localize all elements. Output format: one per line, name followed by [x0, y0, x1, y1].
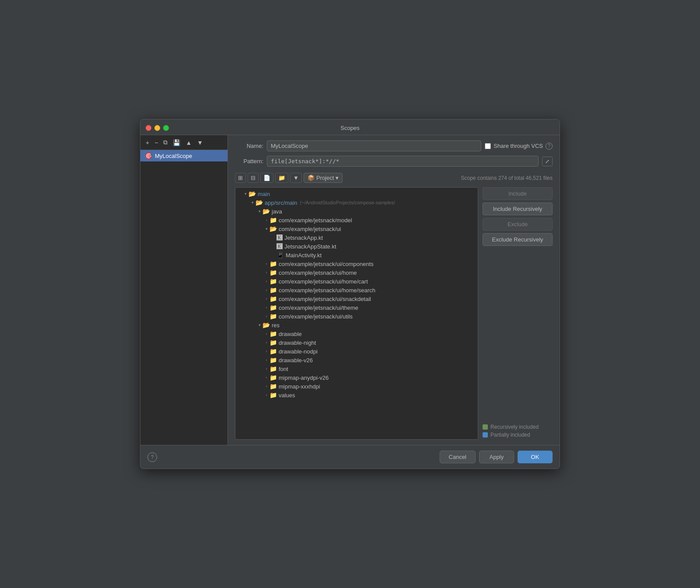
tree-node-drawable-night[interactable]: › 📁 drawable-night	[235, 338, 478, 347]
tree-node-java[interactable]: ▾ 📂 java	[235, 207, 478, 216]
legend-partially-included: Partially included	[483, 432, 553, 438]
folder-home-icon: 📁	[270, 269, 277, 276]
folder-ui-icon: 📂	[270, 225, 277, 232]
arrow-ui: ▾	[263, 227, 270, 231]
tree-node-values[interactable]: › 📁 values	[235, 391, 478, 399]
tree-node-mainactivity[interactable]: 📱 MainActivity.kt	[235, 251, 478, 259]
scope-item-label: MyLocalScope	[155, 153, 192, 159]
tree-node-snackdetail[interactable]: › 📁 com/example/jetsnack/ui/snackdetail	[235, 294, 478, 303]
tree-label-drawable-v26: drawable-v26	[279, 357, 313, 364]
filter-button[interactable]: ▼	[290, 173, 302, 183]
move-up-button[interactable]: ▲	[184, 138, 193, 147]
add-scope-button[interactable]: +	[144, 138, 151, 147]
tree-node-jetsnackapp[interactable]: 🅺 JetsnackApp.kt	[235, 233, 478, 242]
help-button[interactable]: ?	[147, 452, 157, 462]
tree-node-jetsnackappstate[interactable]: 🅺 JetsnackAppState.kt	[235, 242, 478, 251]
tree-node-components[interactable]: › 📁 com/example/jetsnack/ui/components	[235, 259, 478, 268]
tree-sublabel-appsrcmain: (~/AndroidStudioProjects/compose-samples…	[300, 200, 395, 205]
tree-label-main: main	[258, 191, 270, 197]
folder-appsrcmain-icon: 📂	[256, 199, 263, 206]
arrow-drawable: ›	[263, 332, 270, 336]
pattern-input[interactable]	[267, 156, 539, 167]
arrow-utils: ›	[263, 314, 270, 318]
exclude-recursively-button[interactable]: Exclude Recursively	[483, 233, 553, 246]
tree-node-mipmap-xxxhdpi[interactable]: › 📁 mipmap-xxxhdpi	[235, 382, 478, 391]
arrow-mipmap-anydpi: ›	[263, 375, 270, 380]
legend-dot-green	[483, 424, 488, 430]
arrow-drawable-v26: ›	[263, 358, 270, 362]
tree-node-model[interactable]: › 📁 com/example/jetsnack/model	[235, 216, 478, 224]
scope-toolbar: + − ⧉ 💾 ▲ ▼	[140, 135, 228, 150]
tree-label-mainactivity: MainActivity.kt	[286, 252, 322, 259]
share-help-icon[interactable]: ?	[546, 143, 553, 150]
tree-label-drawable-nodpi: drawable-nodpi	[279, 348, 318, 355]
tree-node-main[interactable]: ▾ 📂 main	[235, 189, 478, 198]
tree-label-mipmap-anydpi: mipmap-anydpi-v26	[279, 374, 329, 381]
arrow-theme: ›	[263, 305, 270, 310]
title-bar: Scopes	[140, 119, 560, 135]
tree-node-appsrcmain[interactable]: ▾ 📂 app/src/main (~/AndroidStudioProject…	[235, 198, 478, 207]
arrow-mainactivity	[270, 253, 276, 257]
tree-node-search[interactable]: › 📁 com/example/jetsnack/ui/home/search	[235, 286, 478, 294]
file-jetsnackappstate-icon: 🅺	[276, 243, 283, 250]
tree-label-drawable: drawable	[279, 331, 302, 337]
tree-label-search: com/example/jetsnack/ui/home/search	[279, 287, 375, 294]
tree-node-cart[interactable]: › 📁 com/example/jetsnack/ui/home/cart	[235, 277, 478, 286]
expand-all-button[interactable]: ⊞	[235, 173, 246, 183]
save-scope-button[interactable]: 💾	[171, 138, 182, 147]
include-recursively-button[interactable]: Include Recursively	[483, 203, 553, 215]
move-down-button[interactable]: ▼	[195, 138, 205, 147]
folder-components-icon: 📁	[270, 260, 277, 267]
close-button[interactable]	[146, 125, 151, 131]
share-row: Share through VCS ?	[485, 143, 553, 150]
apply-button[interactable]: Apply	[479, 451, 514, 463]
tree-label-model: com/example/jetsnack/model	[279, 217, 352, 224]
tree-node-font[interactable]: › 📁 font	[235, 364, 478, 373]
tree-node-res[interactable]: ▾ 📂 res	[235, 321, 478, 329]
tree-node-home[interactable]: › 📁 com/example/jetsnack/ui/home	[235, 268, 478, 277]
collapse-all-button[interactable]: ⊟	[248, 173, 259, 183]
legend-recursively-included: Recursively included	[483, 424, 553, 430]
scope-item-mylocalscope[interactable]: 🎯 MyLocalScope	[140, 150, 228, 161]
tree-label-drawable-night: drawable-night	[279, 340, 316, 346]
tree-node-theme[interactable]: › 📁 com/example/jetsnack/ui/theme	[235, 303, 478, 312]
tree-toolbar: ⊞ ⊟ 📄 📁 ▼ 📦 Project ▾ Scope contains 274…	[235, 171, 553, 185]
include-button[interactable]: Include	[483, 187, 553, 200]
share-checkbox[interactable]	[485, 143, 491, 149]
minimize-button[interactable]	[154, 125, 160, 131]
arrow-java: ▾	[256, 209, 262, 214]
tree-label-utils: com/example/jetsnack/ui/utils	[279, 313, 353, 320]
name-input[interactable]	[267, 140, 481, 151]
pattern-expand-button[interactable]: ⤢	[542, 157, 553, 166]
show-only-included-button[interactable]: 📁	[275, 173, 288, 183]
tree-label-values: values	[279, 392, 295, 399]
tree-label-cart: com/example/jetsnack/ui/home/cart	[279, 278, 368, 285]
tree-node-drawable[interactable]: › 📁 drawable	[235, 329, 478, 338]
arrow-components: ›	[263, 262, 270, 266]
maximize-button[interactable]	[163, 125, 169, 131]
folder-model-icon: 📁	[270, 217, 277, 224]
project-arrow-icon: ▾	[336, 175, 339, 181]
tree-node-drawable-v26[interactable]: › 📁 drawable-v26	[235, 356, 478, 364]
ok-button[interactable]: OK	[518, 451, 553, 463]
share-label: Share through VCS	[494, 143, 543, 149]
tree-node-drawable-nodpi[interactable]: › 📁 drawable-nodpi	[235, 347, 478, 356]
name-label: Name:	[235, 143, 263, 149]
folder-drawable-v26-icon: 📁	[270, 357, 277, 364]
tree-label-mipmap-xxxhdpi: mipmap-xxxhdpi	[279, 383, 320, 390]
tree-node-ui[interactable]: ▾ 📂 com/example/jetsnack/ui	[235, 224, 478, 233]
remove-scope-button[interactable]: −	[153, 138, 160, 147]
folder-search-icon: 📁	[270, 287, 277, 294]
exclude-button[interactable]: Exclude	[483, 218, 553, 231]
cancel-button[interactable]: Cancel	[440, 451, 476, 463]
copy-scope-button[interactable]: ⧉	[161, 138, 169, 147]
left-panel: + − ⧉ 💾 ▲ ▼ 🎯 MyLocalScope	[140, 135, 228, 445]
tree-node-mipmap-anydpi[interactable]: › 📁 mipmap-anydpi-v26	[235, 373, 478, 382]
tree-node-utils[interactable]: › 📁 com/example/jetsnack/ui/utils	[235, 312, 478, 321]
flatten-packages-button[interactable]: 📄	[260, 173, 273, 183]
file-tree[interactable]: ▾ 📂 main ▾ 📂 app/src/main (~/AndroidStud…	[235, 187, 478, 440]
legend-recursively-label: Recursively included	[490, 424, 539, 430]
project-select-button[interactable]: 📦 Project ▾	[304, 173, 343, 183]
file-mainactivity-icon: 📱	[276, 252, 284, 259]
folder-mipmap-xxxhdpi-icon: 📁	[270, 383, 277, 390]
